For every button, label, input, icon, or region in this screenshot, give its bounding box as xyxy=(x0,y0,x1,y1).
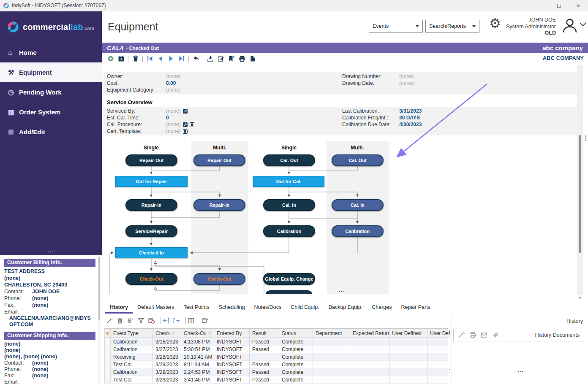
table-row[interactable]: Calibration3/27/20235:30:54 PMINDYSOFTPa… xyxy=(104,346,448,353)
calendar-menu-icon[interactable] xyxy=(202,317,210,324)
node-repair-out-multi[interactable]: Repair-Out xyxy=(193,154,245,166)
search-reports-dropdown[interactable]: Search/Reports xyxy=(425,20,479,32)
splitter-grip[interactable]: ⋮ xyxy=(447,368,452,374)
node-repair-in-multi[interactable]: Repair-In xyxy=(193,199,245,211)
node-out-for-repair[interactable]: Out for Repair xyxy=(115,176,188,187)
node-repair-out-single[interactable]: Repair-Out xyxy=(125,154,177,166)
scrollbar-thumb[interactable] xyxy=(579,135,581,253)
column-header[interactable]: Check xyxy=(153,329,181,338)
lock-icon[interactable] xyxy=(127,317,135,324)
column-header[interactable]: User Defined xyxy=(389,329,427,338)
previous-record-icon[interactable] xyxy=(157,55,164,62)
tab-test-points[interactable]: Test Points xyxy=(179,303,214,314)
bookmark-add-icon[interactable] xyxy=(228,55,235,62)
panel-overflow[interactable]: ... xyxy=(518,367,523,373)
scroll-down-icon[interactable]: ▼ xyxy=(578,296,582,300)
flowchart-overflow[interactable]: ... xyxy=(339,287,344,293)
node-out-for-cal[interactable]: Out for Cal. xyxy=(253,176,324,187)
node-cal-out-multi[interactable]: Cal. Out xyxy=(332,154,384,166)
tab-default-masters[interactable]: Default Masters xyxy=(133,303,179,314)
column-header[interactable]: Event Type xyxy=(111,329,153,338)
table-row[interactable]: Receiving3/28/202310:19:41 AMINDYSOFTCom… xyxy=(104,353,448,361)
table-cell: 3/29/2023 xyxy=(153,368,181,376)
expand-icon[interactable] xyxy=(183,109,188,114)
tab-backup-equip-[interactable]: Backup Equip. xyxy=(324,303,368,314)
table-row[interactable]: Calibration3/16/20234:13:08 PMINDYSOFTPa… xyxy=(104,338,448,346)
filter-icon[interactable] xyxy=(138,317,145,324)
open-doc-icon[interactable] xyxy=(190,122,194,127)
node-calibration-single[interactable]: Calibration xyxy=(263,225,315,237)
sidebar-item-equipment[interactable]: ⚒Equipment xyxy=(0,62,102,82)
maximize-button[interactable] xyxy=(549,0,569,11)
column-header[interactable]: Entered By xyxy=(214,329,250,338)
billing-address-line: CHARLESTON, SC 29403 xyxy=(4,281,95,288)
tag-icon[interactable] xyxy=(492,332,500,339)
undo-icon[interactable] xyxy=(192,55,199,62)
add-record-icon[interactable] xyxy=(107,55,114,62)
wand-icon[interactable] xyxy=(458,332,466,339)
calendar-expired-icon[interactable] xyxy=(148,317,156,324)
delete-icon[interactable] xyxy=(117,317,124,324)
table-row[interactable]: Test Cal3/29/20238:11:34 AMINDYSOFTPasse… xyxy=(104,361,448,368)
sidebar-item-home[interactable]: ⌂Home xyxy=(0,43,102,62)
expand-icon[interactable] xyxy=(183,122,188,127)
document-icon[interactable] xyxy=(249,55,256,62)
table-cell xyxy=(389,338,427,345)
node-global-equip-change[interactable]: Global Equip. Change xyxy=(263,273,315,285)
edit-icon[interactable] xyxy=(217,55,224,62)
checkin-arrow-icon[interactable] xyxy=(163,317,170,324)
column-header[interactable]: User Def xyxy=(427,329,450,338)
table-row[interactable]: Calibration3/29/20232:24:53 PMINDYSOFTPa… xyxy=(104,368,448,376)
splitter-grip[interactable]: ••• xyxy=(585,135,587,141)
column-header[interactable]: Expected Returr xyxy=(350,329,389,338)
table-row[interactable]: Test Cal3/29/20233:41:46 PMINDYSOFTPasse… xyxy=(104,376,448,384)
tab-scheduling[interactable]: Scheduling xyxy=(214,303,250,314)
node-checked-in[interactable]: Checked In xyxy=(115,247,188,258)
node-calibration-multi[interactable]: Calibration xyxy=(332,225,384,237)
first-record-icon[interactable] xyxy=(146,55,153,62)
minimize-button[interactable]: — xyxy=(530,0,549,11)
column-header[interactable]: Check-Ou xyxy=(181,329,214,338)
gear-icon[interactable]: ⚙ xyxy=(489,16,501,31)
email-icon[interactable] xyxy=(481,332,488,339)
node-check-out-single[interactable]: Check-Out xyxy=(125,273,177,285)
save-icon[interactable] xyxy=(207,55,214,62)
tab-history[interactable]: History xyxy=(105,303,133,314)
tab-repair-parts[interactable]: Repair Parts xyxy=(396,303,435,314)
tab-charges[interactable]: Charges xyxy=(367,303,396,314)
column-header[interactable]: Status xyxy=(279,329,313,338)
node-service-repair[interactable]: Service/Repair xyxy=(125,225,177,237)
sidebar-overflow[interactable]: ... xyxy=(0,248,102,254)
open-doc-icon[interactable] xyxy=(183,129,188,134)
wand-icon[interactable] xyxy=(106,317,114,324)
delete-icon[interactable] xyxy=(132,55,139,62)
checkout-arrow-icon[interactable] xyxy=(173,317,181,324)
field-label: Cal. Procedure: xyxy=(107,122,166,127)
node-check-out-multi[interactable]: Check-Out xyxy=(193,273,245,285)
node-cal-out-single[interactable]: Cal. Out xyxy=(263,154,315,166)
billing-email-link[interactable]: ANGELENA.MARCIANO@INDYSOFT.COM xyxy=(4,315,91,328)
events-dropdown[interactable]: Events xyxy=(369,20,423,32)
panel-scrollbar[interactable] xyxy=(98,256,100,383)
tab-child-equip-[interactable]: Child Equip. xyxy=(286,303,324,314)
print-icon[interactable] xyxy=(238,55,245,62)
node-repair-in-single[interactable]: Repair-In xyxy=(125,199,177,211)
last-record-icon[interactable] xyxy=(178,55,185,62)
sidebar-item-add-edit[interactable]: ⊞Add/Edit xyxy=(0,122,102,142)
node-partially-visible[interactable] xyxy=(265,290,313,294)
close-button[interactable]: ✕ xyxy=(569,0,588,11)
sidebar-item-pending-work[interactable]: ◷Pending Work xyxy=(0,82,102,102)
column-header[interactable]: Result xyxy=(250,329,279,338)
chevron-down-icon[interactable] xyxy=(580,22,586,27)
sidebar-item-order-system[interactable]: ▦Order System xyxy=(0,102,102,122)
content-scrollbar[interactable] xyxy=(577,65,583,295)
tab-notes-docs[interactable]: Notes/Docs xyxy=(250,303,286,314)
column-header[interactable]: Department xyxy=(313,329,350,338)
print-icon[interactable] xyxy=(469,332,477,339)
next-record-icon[interactable] xyxy=(167,55,174,62)
calendar-add-icon[interactable] xyxy=(117,55,125,62)
node-cal-in-multi[interactable]: Cal. In xyxy=(332,199,384,211)
grid-icon[interactable] xyxy=(188,317,195,324)
avatar-icon[interactable] xyxy=(561,16,579,34)
node-cal-in-single[interactable]: Cal. In xyxy=(263,199,315,211)
